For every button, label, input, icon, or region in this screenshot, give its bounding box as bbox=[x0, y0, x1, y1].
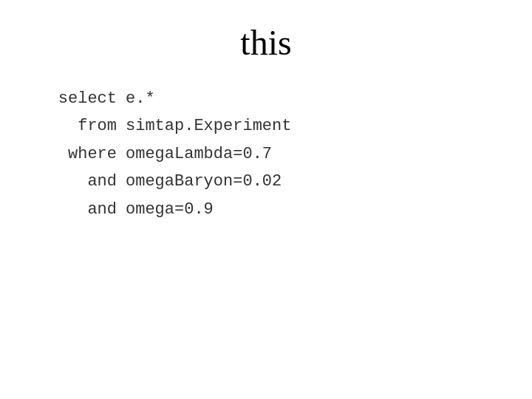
page-title: this bbox=[240, 22, 291, 63]
sql-line: andomega=0.9 bbox=[44, 196, 291, 223]
sql-value: omegaLambda=0.7 bbox=[126, 140, 272, 168]
sql-keyword: where bbox=[44, 140, 126, 168]
sql-line: andomegaBaryon=0.02 bbox=[44, 168, 291, 195]
sql-line: whereomegaLambda=0.7 bbox=[44, 140, 291, 168]
sql-keyword: from bbox=[44, 112, 126, 140]
sql-line: fromsimtap.Experiment bbox=[44, 112, 291, 140]
sql-keyword: select bbox=[44, 85, 126, 112]
sql-keyword: and bbox=[44, 196, 126, 223]
sql-value: e.* bbox=[126, 85, 155, 112]
sql-value: simtap.Experiment bbox=[126, 112, 291, 140]
sql-code-block: selecte.*fromsimtap.Experimentwhereomega… bbox=[0, 85, 291, 223]
sql-value: omega=0.9 bbox=[126, 196, 214, 223]
sql-value: omegaBaryon=0.02 bbox=[126, 168, 282, 195]
sql-keyword: and bbox=[44, 168, 126, 195]
sql-line: selecte.* bbox=[44, 85, 291, 112]
